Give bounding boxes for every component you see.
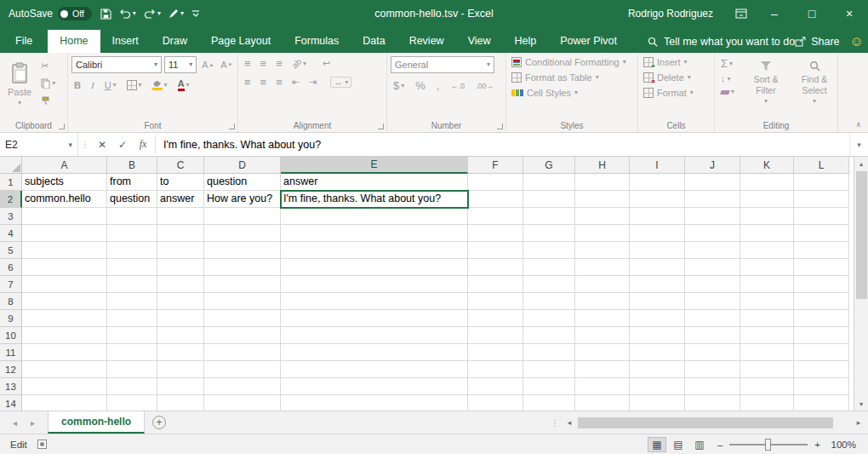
tab-review[interactable]: Review [397,30,456,53]
cell-I9[interactable] [630,310,685,327]
cell-F2[interactable] [468,191,523,208]
cell-G14[interactable] [523,395,575,411]
tell-me-box[interactable]: Tell me what you want to do [648,30,795,53]
paste-dropdown-icon[interactable]: ▾ [18,100,21,106]
customize-qat-button[interactable] [191,9,200,18]
cell-I10[interactable] [630,327,685,344]
cell-H13[interactable] [575,378,630,395]
alignment-dialog-launcher[interactable] [378,124,384,129]
cell-E2[interactable]: I'm fine, thanks. What about you? [281,191,468,208]
cell-H12[interactable] [575,361,630,378]
cell-K8[interactable] [740,293,794,310]
cell-I3[interactable] [630,208,685,225]
borders-button[interactable]: ▾ [124,78,145,92]
cell-G13[interactable] [523,378,575,395]
number-dialog-launcher[interactable] [497,124,503,129]
row-header-5[interactable]: 5 [0,242,22,259]
column-header-F[interactable]: F [468,157,523,174]
scroll-right-icon[interactable]: ▸ [852,418,865,427]
cell-A10[interactable] [22,327,107,344]
vertical-scroll-thumb[interactable] [856,171,867,299]
cell-D1[interactable]: question [204,174,281,191]
cell-K4[interactable] [740,225,794,242]
font-size-dropdown-icon[interactable]: ▾ [189,61,192,68]
cell-G3[interactable] [523,208,575,225]
page-break-view-button[interactable]: ▥ [690,437,709,452]
orientation-dropdown-icon[interactable]: ▾ [303,60,306,67]
cell-I8[interactable] [630,293,685,310]
tab-insert[interactable]: Insert [100,30,151,53]
cell-A4[interactable] [22,225,107,242]
row-header-8[interactable]: 8 [0,293,22,310]
horizontal-scroll-thumb[interactable] [578,417,833,428]
cell-K13[interactable] [740,378,794,395]
align-middle-button[interactable]: ≡ [258,56,270,71]
cell-J11[interactable] [685,344,740,361]
column-header-J[interactable]: J [685,157,740,174]
cell-J13[interactable] [685,378,740,395]
shrink-font-button[interactable]: A▾ [218,58,234,72]
cell-J5[interactable] [685,242,740,259]
autosum-dropdown-icon[interactable]: ▾ [729,60,733,67]
fill-button[interactable]: ↓▾ [718,72,737,85]
column-header-E[interactable]: E [281,157,468,174]
cell-C12[interactable] [157,361,204,378]
scroll-down-icon[interactable]: ▾ [854,397,868,411]
cell-D8[interactable] [204,293,281,310]
cell-F9[interactable] [468,310,523,327]
cell-D5[interactable] [204,242,281,259]
cell-C3[interactable] [157,208,204,225]
cell-E11[interactable] [281,344,468,361]
cell-A12[interactable] [22,361,107,378]
cell-G5[interactable] [523,242,575,259]
cell-K9[interactable] [740,310,794,327]
paste-button[interactable]: Paste ▾ [3,56,36,112]
user-account[interactable]: Rodrigo Rodriguez [628,8,713,20]
cell-B8[interactable] [107,293,157,310]
cell-B12[interactable] [107,361,157,378]
cell-F1[interactable] [468,174,523,191]
undo-dropdown-icon[interactable]: ▾ [133,10,136,17]
cell-G10[interactable] [523,327,575,344]
cell-E10[interactable] [281,327,468,344]
autosum-button[interactable]: Σ▾ [718,56,737,71]
column-header-D[interactable]: D [204,157,281,174]
format-cells-dropdown-icon[interactable]: ▾ [690,89,694,96]
cell-H7[interactable] [575,276,630,293]
cell-J8[interactable] [685,293,740,310]
decrease-indent-button[interactable]: ⇤ [289,76,302,89]
expand-formula-bar-icon[interactable]: ▾ [849,133,868,156]
insert-cells-dropdown-icon[interactable]: ▾ [684,59,688,66]
cell-C4[interactable] [157,225,204,242]
align-right-button[interactable]: ≡ [273,75,285,89]
cell-I14[interactable] [630,395,685,411]
cell-A7[interactable] [22,276,107,293]
merge-dropdown-icon[interactable]: ▾ [345,79,348,86]
cell-H5[interactable] [575,242,630,259]
row-header-13[interactable]: 13 [0,378,22,395]
cell-B3[interactable] [107,208,157,225]
cell-E5[interactable] [281,242,468,259]
cell-F12[interactable] [468,361,523,378]
tab-formulas[interactable]: Formulas [283,30,351,53]
cell-E3[interactable] [281,208,468,225]
cell-F8[interactable] [468,293,523,310]
cell-B6[interactable] [107,259,157,276]
save-button[interactable] [100,9,111,20]
previous-sheet-icon[interactable]: ◂ [13,418,17,428]
cell-G9[interactable] [523,310,575,327]
cell-D10[interactable] [204,327,281,344]
cell-J12[interactable] [685,361,740,378]
tab-data[interactable]: Data [351,30,397,53]
cell-F7[interactable] [468,276,523,293]
align-left-button[interactable]: ≡ [242,75,254,89]
cell-L11[interactable] [794,344,849,361]
cell-D7[interactable] [204,276,281,293]
horizontal-scrollbar[interactable]: ◂ ▸ [562,411,868,434]
font-name-combo[interactable]: Calibri ▾ [71,56,162,73]
tab-power-pivot[interactable]: Power Pivot [548,30,629,53]
cell-J10[interactable] [685,327,740,344]
cell-L1[interactable] [794,174,849,191]
cell-K11[interactable] [740,344,794,361]
cell-K3[interactable] [740,208,794,225]
